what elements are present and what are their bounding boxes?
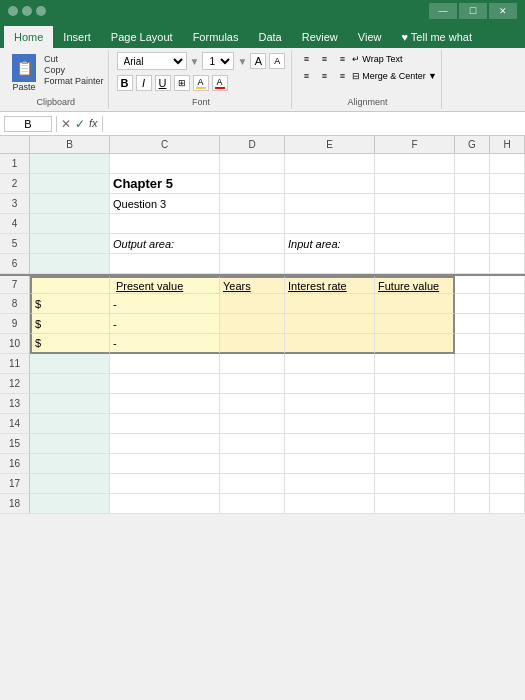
cell-f8[interactable]: [375, 294, 455, 314]
cell-b3[interactable]: [30, 194, 110, 214]
cell-e16[interactable]: [285, 454, 375, 474]
cell-e17[interactable]: [285, 474, 375, 494]
cell-d1[interactable]: [220, 154, 285, 174]
border-button[interactable]: ⊞: [174, 75, 190, 91]
row-header-7[interactable]: 7: [0, 276, 30, 294]
cell-g12[interactable]: [455, 374, 490, 394]
cell-c5[interactable]: Output area:: [110, 234, 220, 254]
cell-g1[interactable]: [455, 154, 490, 174]
cell-d17[interactable]: [220, 474, 285, 494]
tab-data[interactable]: Data: [248, 26, 291, 48]
cell-c1[interactable]: [110, 154, 220, 174]
cell-e7[interactable]: Interest rate: [285, 276, 375, 294]
cell-g6[interactable]: [455, 254, 490, 274]
cell-g9[interactable]: [455, 314, 490, 334]
col-header-f[interactable]: F: [375, 136, 455, 153]
cell-f15[interactable]: [375, 434, 455, 454]
cell-h15[interactable]: [490, 434, 525, 454]
cell-c7[interactable]: Present value: [110, 276, 220, 294]
cell-reference-input[interactable]: B: [4, 116, 52, 132]
cell-g8[interactable]: [455, 294, 490, 314]
close-button[interactable]: ✕: [489, 3, 517, 19]
cell-c2[interactable]: Chapter 5: [110, 174, 220, 194]
cell-d18[interactable]: [220, 494, 285, 514]
cell-c8[interactable]: -: [110, 294, 220, 314]
align-center-button[interactable]: ≡: [316, 69, 332, 83]
cell-c13[interactable]: [110, 394, 220, 414]
cell-d16[interactable]: [220, 454, 285, 474]
cell-e8[interactable]: [285, 294, 375, 314]
cell-c10[interactable]: -: [110, 334, 220, 354]
cell-h18[interactable]: [490, 494, 525, 514]
cell-e4[interactable]: [285, 214, 375, 234]
cell-g18[interactable]: [455, 494, 490, 514]
cell-d6[interactable]: [220, 254, 285, 274]
tab-insert[interactable]: Insert: [53, 26, 101, 48]
row-header-5[interactable]: 5: [0, 234, 30, 254]
cell-d10[interactable]: [220, 334, 285, 354]
row-header-10[interactable]: 10: [0, 334, 30, 354]
align-top-right-button[interactable]: ≡: [334, 52, 350, 66]
cell-c11[interactable]: [110, 354, 220, 374]
cell-g16[interactable]: [455, 454, 490, 474]
cell-c6[interactable]: [110, 254, 220, 274]
cell-c17[interactable]: [110, 474, 220, 494]
col-header-g[interactable]: G: [455, 136, 490, 153]
cell-d2[interactable]: [220, 174, 285, 194]
cell-b8[interactable]: $: [30, 294, 110, 314]
cell-f10[interactable]: [375, 334, 455, 354]
cell-g17[interactable]: [455, 474, 490, 494]
cell-b16[interactable]: [30, 454, 110, 474]
cell-b15[interactable]: [30, 434, 110, 454]
cell-b18[interactable]: [30, 494, 110, 514]
col-header-d[interactable]: D: [220, 136, 285, 153]
cell-c4[interactable]: [110, 214, 220, 234]
cell-g3[interactable]: [455, 194, 490, 214]
row-header-15[interactable]: 15: [0, 434, 30, 454]
cell-b7[interactable]: [30, 276, 110, 294]
cell-f1[interactable]: [375, 154, 455, 174]
cell-e3[interactable]: [285, 194, 375, 214]
cell-c12[interactable]: [110, 374, 220, 394]
cell-f5[interactable]: [375, 234, 455, 254]
cell-e11[interactable]: [285, 354, 375, 374]
cell-d7[interactable]: Years: [220, 276, 285, 294]
cell-d8[interactable]: [220, 294, 285, 314]
bold-button[interactable]: B: [117, 75, 133, 91]
row-header-17[interactable]: 17: [0, 474, 30, 494]
font-family-select[interactable]: Arial: [117, 52, 187, 70]
align-top-center-button[interactable]: ≡: [316, 52, 332, 66]
cell-g11[interactable]: [455, 354, 490, 374]
cell-g15[interactable]: [455, 434, 490, 454]
cell-h7[interactable]: [490, 276, 525, 294]
cell-c9[interactable]: -: [110, 314, 220, 334]
tab-home[interactable]: Home: [4, 26, 53, 48]
cell-c15[interactable]: [110, 434, 220, 454]
cell-b4[interactable]: [30, 214, 110, 234]
cut-button[interactable]: Cut: [44, 54, 104, 64]
cell-c3[interactable]: Question 3: [110, 194, 220, 214]
row-header-2[interactable]: 2: [0, 174, 30, 194]
underline-button[interactable]: U: [155, 75, 171, 91]
cell-f12[interactable]: [375, 374, 455, 394]
tab-review[interactable]: Review: [292, 26, 348, 48]
row-header-16[interactable]: 16: [0, 454, 30, 474]
row-header-1[interactable]: 1: [0, 154, 30, 174]
cell-b10[interactable]: $: [30, 334, 110, 354]
col-header-h[interactable]: H: [490, 136, 525, 153]
maximize-button[interactable]: ☐: [459, 3, 487, 19]
italic-button[interactable]: I: [136, 75, 152, 91]
cell-c14[interactable]: [110, 414, 220, 434]
merge-center-button[interactable]: ⊟ Merge & Center ▼: [352, 71, 436, 81]
cell-d12[interactable]: [220, 374, 285, 394]
confirm-formula-button[interactable]: ✓: [75, 117, 85, 131]
cell-e6[interactable]: [285, 254, 375, 274]
cell-f9[interactable]: [375, 314, 455, 334]
cell-d9[interactable]: [220, 314, 285, 334]
cell-f4[interactable]: [375, 214, 455, 234]
cell-d3[interactable]: [220, 194, 285, 214]
cell-d14[interactable]: [220, 414, 285, 434]
fill-color-button[interactable]: A: [193, 75, 209, 91]
cell-f7[interactable]: Future value: [375, 276, 455, 294]
cell-e2[interactable]: [285, 174, 375, 194]
